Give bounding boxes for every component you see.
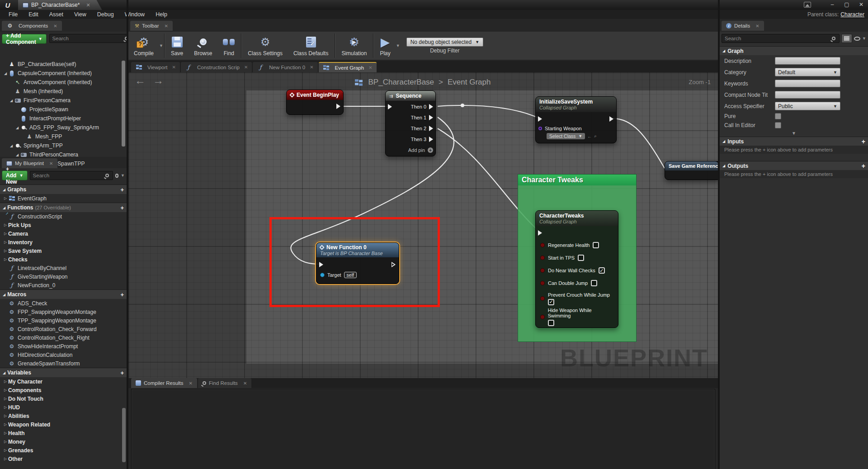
exec-out-pin[interactable] [336, 104, 340, 109]
expander-icon[interactable]: ▷ [3, 431, 8, 435]
add-functions-button[interactable]: + [120, 204, 124, 211]
myblueprint-search-input[interactable] [30, 173, 105, 178]
add-component-button[interactable]: + Add Component▼ [2, 34, 47, 44]
section-outputs[interactable]: ◢ Outputs + [720, 161, 868, 170]
component-tree-item[interactable]: ♟Mesh_FPP [0, 132, 120, 141]
add-input-button[interactable]: + [862, 138, 865, 145]
view-options-icon[interactable] [854, 37, 860, 41]
close-icon[interactable]: ✕ [368, 65, 372, 70]
tab-find-results[interactable]: Find Results✕ [198, 378, 251, 388]
select-class-dropdown[interactable]: Select Class▼ [547, 133, 585, 139]
close-icon[interactable]: ✕ [53, 24, 57, 28]
class-settings-button[interactable]: ⚙ Class Settings [242, 32, 288, 60]
details-search-input[interactable] [722, 36, 832, 41]
category-dropdown[interactable]: Default▼ [775, 68, 840, 76]
bool-checkbox[interactable]: ✓ [548, 299, 554, 305]
expander-icon[interactable]: ◢ [3, 71, 8, 76]
components-search-input[interactable] [50, 36, 125, 41]
keywords-field[interactable] [775, 80, 840, 87]
expander-icon[interactable]: ▷ [3, 257, 8, 261]
tab-details[interactable]: i Details✕ [722, 21, 764, 31]
component-tree-item[interactable]: ♟BP_CharacterBase(self) [0, 60, 120, 69]
component-tree-item[interactable]: InteractPromptHelper [0, 114, 120, 123]
list-item[interactable]: ⚙TPP_SwappingWeaponMontage [0, 316, 127, 325]
find-button[interactable]: Find [217, 32, 240, 60]
category-row[interactable]: ▷Health [0, 429, 127, 437]
node-save-game-reference[interactable]: Save Game Referenc [665, 161, 718, 180]
category-row[interactable]: ▷Inventory [0, 238, 127, 246]
exec-out-pin[interactable] [429, 104, 433, 109]
category-row[interactable]: ▷Do Not Touch [0, 394, 127, 403]
component-tree-item[interactable]: ProjectileSpawn [0, 105, 120, 114]
class-pin[interactable] [538, 127, 542, 130]
close-icon[interactable]: ✕ [49, 161, 53, 166]
close-button[interactable]: ✕ [856, 1, 866, 8]
graph-tab-construction-scrip[interactable]: ƒConstruction Scrip✕ [181, 62, 252, 72]
event-graph-canvas[interactable]: ← → BP_CharacterBase > Event Graph Zoom … [128, 72, 718, 378]
node-sequence[interactable]: ⇉ Sequence Then 0Then 1Then 2Then 3 Add … [385, 90, 436, 156]
section-graphs[interactable]: ◢Graphs+ [0, 185, 127, 194]
category-row[interactable]: ▷My Character [0, 377, 127, 386]
minimize-button[interactable]: – [827, 1, 837, 8]
bool-checkbox[interactable] [578, 255, 584, 261]
node-initialize-save-system[interactable]: InitializeSaveSystem Collapsed Graph Sta… [535, 96, 617, 143]
add-pin-button[interactable]: + [428, 147, 433, 153]
category-row[interactable]: ▷Weapon Related [0, 420, 127, 429]
component-tree-item[interactable]: ◢FirstPersonCamera [0, 96, 120, 105]
list-item[interactable]: ⚙GrenadeSpawnTransform [0, 359, 127, 368]
add-graphs-button[interactable]: + [120, 186, 124, 193]
exec-out-pin[interactable] [429, 126, 433, 131]
bool-pin[interactable] [540, 315, 545, 319]
screenshot-icon[interactable] [804, 2, 811, 8]
list-item[interactable]: ⚙FPP_SwappingWeaponMontage [0, 308, 127, 316]
list-item[interactable]: ⚙HitDirectionCalculation [0, 351, 127, 359]
myblueprint-search[interactable] [30, 171, 113, 180]
play-options-chevron[interactable]: ▼ [396, 43, 400, 48]
list-item[interactable]: ⚙ADS_Check [0, 299, 127, 308]
list-item[interactable]: ƒLinetraceByChannel [0, 264, 127, 272]
compile-button[interactable]: ⚙ ? Compile [128, 32, 159, 60]
document-tab[interactable]: BP_CharacterBase* ✕ [18, 0, 102, 10]
menu-asset[interactable]: Asset [44, 10, 68, 19]
expander-icon[interactable]: ▷ [3, 388, 8, 392]
compile-options-chevron[interactable]: ▼ [159, 43, 163, 48]
list-item[interactable]: ▷EventGraph [0, 194, 127, 203]
category-row[interactable]: ▷Pick Ups [0, 221, 127, 229]
forward-arrow[interactable]: → [153, 74, 164, 87]
node-event-beginplay[interactable]: Event BeginPlay [286, 90, 344, 115]
close-icon[interactable]: ✕ [165, 24, 168, 28]
node-character-tweaks[interactable]: CharacterTweaks Collapsed Graph Regenera… [535, 210, 618, 328]
component-tree-item[interactable]: ◢ADS_FPP_Sway_SpringArm [0, 123, 120, 132]
expander-icon[interactable]: ▷ [3, 405, 8, 409]
menu-debug[interactable]: Debug [92, 10, 119, 19]
menu-view[interactable]: View [69, 10, 91, 19]
close-icon[interactable]: ✕ [755, 24, 759, 28]
expander-icon[interactable]: ▷ [3, 249, 8, 253]
list-item[interactable]: ƒNewFunction_0 [0, 281, 127, 289]
add-new-button[interactable]: + Add New▼ [2, 171, 28, 180]
list-item[interactable]: ƒGiveStartingWeapon [0, 272, 127, 281]
bool-checkbox[interactable] [548, 320, 554, 326]
add-variables-button[interactable]: + [120, 370, 124, 376]
graph-tab-viewport[interactable]: Viewport✕ [131, 62, 180, 72]
back-arrow[interactable]: ← [135, 74, 146, 87]
close-icon[interactable]: ✕ [244, 65, 248, 70]
component-tree-item[interactable]: ♟Mesh (Inherited) [0, 87, 120, 96]
browse-asset-icon[interactable]: ⌕ [594, 133, 597, 139]
list-item[interactable]: ⚙ControlRotation_Check_Forward [0, 325, 127, 333]
components-search[interactable] [49, 34, 132, 43]
close-icon[interactable]: ✕ [310, 65, 313, 70]
graph-tab-new-function-0[interactable]: ƒNew Function 0✕ [253, 62, 317, 72]
components-scrollbar[interactable] [122, 61, 125, 147]
exec-in-pin[interactable] [538, 116, 542, 122]
property-matrix-button[interactable] [841, 34, 852, 43]
parent-class-link[interactable]: Character [840, 11, 864, 18]
expander-icon[interactable]: ▷ [3, 414, 8, 418]
tab-toolbar[interactable]: ⚒ Toolbar✕ [130, 21, 173, 31]
tab-compiler-results[interactable]: Compiler Results✕ [131, 378, 197, 388]
expander-icon[interactable]: ▷ [3, 440, 8, 444]
close-icon[interactable]: ✕ [189, 381, 193, 386]
simulation-button[interactable]: ⚙ Simulation [336, 32, 372, 60]
expander-icon[interactable]: ▷ [3, 448, 8, 452]
section-macros[interactable]: ◢Macros+ [0, 289, 127, 299]
